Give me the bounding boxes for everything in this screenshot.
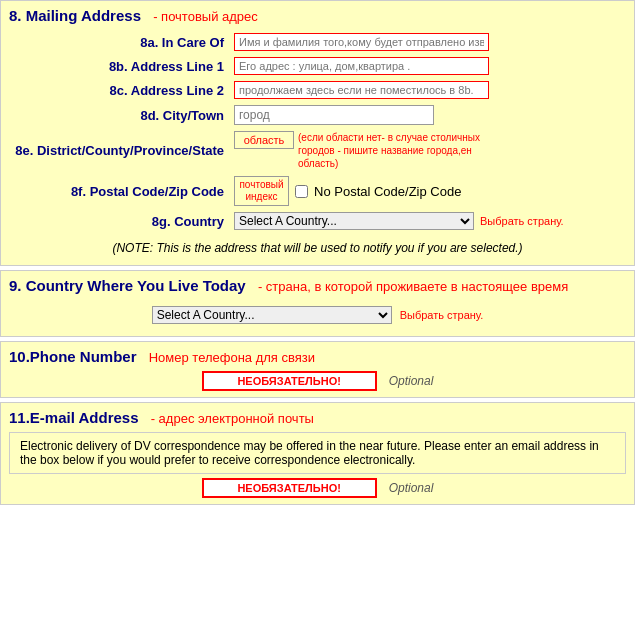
country-select[interactable]: Select A Country... <box>234 212 474 230</box>
in-care-of-label: 8a. In Care Of <box>9 30 229 54</box>
in-care-of-cell <box>229 30 626 54</box>
section-10-subtitle: Номер телефона для связи <box>149 350 315 365</box>
address2-row: 8c. Address Line 2 <box>9 78 626 102</box>
phone-optional-label: Optional <box>389 374 434 388</box>
section-11-info: Electronic delivery of DV correspondence… <box>9 432 626 474</box>
city-row: 8d. City/Town <box>9 102 626 128</box>
district-hint: (если области нет- в случае столичных го… <box>298 131 498 170</box>
section-9-vyb: Выбрать страну. <box>400 309 484 321</box>
country-label: 8g. Country <box>9 209 229 233</box>
postal-cell: почтовый индекс No Postal Code/Zip Code <box>229 173 626 209</box>
country-cell: Select A Country... Выбрать страну. <box>229 209 626 233</box>
in-care-of-input[interactable] <box>234 33 489 51</box>
section-10-input-row: Optional <box>9 371 626 391</box>
no-postal-checkbox[interactable] <box>295 185 308 198</box>
postal-content: почтовый индекс No Postal Code/Zip Code <box>234 176 621 206</box>
oblast-box: область <box>234 131 294 149</box>
no-postal-label: No Postal Code/Zip Code <box>314 184 461 199</box>
phone-input[interactable] <box>202 371 377 391</box>
section-9-title: 9. Country Where You Live Today <box>9 277 246 294</box>
address2-cell <box>229 78 626 102</box>
section-8: 8. Mailing Address - почтовый адрес 8a. … <box>0 0 635 266</box>
address1-row: 8b. Address Line 1 <box>9 54 626 78</box>
section-9-select-row: Select A Country... Выбрать страну. <box>9 300 626 330</box>
postal-box: почтовый индекс <box>234 176 289 206</box>
section-9-country-select[interactable]: Select A Country... <box>152 306 392 324</box>
email-optional-label: Optional <box>389 481 434 495</box>
section-10-header: 10.Phone Number Номер телефона для связи <box>9 348 626 365</box>
address1-input[interactable] <box>234 57 489 75</box>
city-input[interactable] <box>234 105 434 125</box>
district-cell: область (если области нет- в случае стол… <box>229 128 626 173</box>
section-10-title: 10.Phone Number <box>9 348 137 365</box>
section-9: 9. Country Where You Live Today - страна… <box>0 270 635 337</box>
address2-input[interactable] <box>234 81 489 99</box>
section-11-input-row: Optional <box>9 478 626 498</box>
district-row: 8e. District/County/Province/State облас… <box>9 128 626 173</box>
section-8-subtitle: - почтовый адрес <box>153 9 258 24</box>
section-11-title: 11.E-mail Address <box>9 409 139 426</box>
country-row: 8g. Country Select A Country... Выбрать … <box>9 209 626 233</box>
section-11-header: 11.E-mail Address - адрес электронной по… <box>9 409 626 426</box>
section-9-subtitle: - страна, в которой проживаете в настоящ… <box>258 279 568 294</box>
section-8-table: 8a. In Care Of 8b. Address Line 1 8c. Ad… <box>9 30 626 233</box>
email-input[interactable] <box>202 478 377 498</box>
district-label: 8e. District/County/Province/State <box>9 128 229 173</box>
city-label: 8d. City/Town <box>9 102 229 128</box>
country-vyb: Выбрать страну. <box>480 215 564 227</box>
city-cell <box>229 102 626 128</box>
district-content: область (если области нет- в случае стол… <box>234 131 621 170</box>
address1-label: 8b. Address Line 1 <box>9 54 229 78</box>
address1-cell <box>229 54 626 78</box>
section-8-header: 8. Mailing Address - почтовый адрес <box>9 7 626 24</box>
in-care-of-row: 8a. In Care Of <box>9 30 626 54</box>
postal-label: 8f. Postal Code/Zip Code <box>9 173 229 209</box>
section-8-title: 8. Mailing Address <box>9 7 141 24</box>
section-10: 10.Phone Number Номер телефона для связи… <box>0 341 635 398</box>
section-11-subtitle: - адрес электронной почты <box>151 411 314 426</box>
section-9-header: 9. Country Where You Live Today - страна… <box>9 277 626 294</box>
section-8-note: (NOTE: This is the address that will be … <box>9 237 626 259</box>
address2-label: 8c. Address Line 2 <box>9 78 229 102</box>
postal-row: 8f. Postal Code/Zip Code почтовый индекс… <box>9 173 626 209</box>
section-11: 11.E-mail Address - адрес электронной по… <box>0 402 635 505</box>
